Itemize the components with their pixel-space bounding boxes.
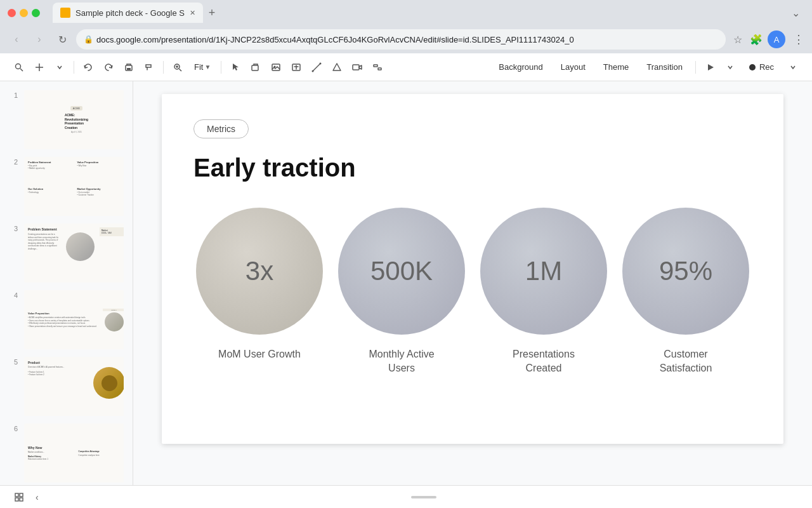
thumb4-icons: Feature 1 — [103, 309, 125, 331]
thumb3-yellow-box: Market $50B+ TAM — [100, 227, 125, 236]
metric-item-2: 1M PresentationsCreated — [478, 208, 610, 376]
metric-label-1: Monthly ActiveUsers — [369, 347, 434, 376]
slide-thumb-6[interactable]: 6 Why Now Market conditions... Market Hi… — [0, 420, 133, 485]
tab-overflow-button[interactable]: ⌄ — [787, 4, 804, 22]
present-dropdown[interactable] — [721, 58, 739, 76]
address-input[interactable] — [76, 29, 726, 50]
metric-circle-3: 95% — [622, 208, 749, 335]
close-button[interactable] — [8, 9, 16, 17]
metrics-badge: Metrics — [193, 119, 249, 138]
new-tab-button[interactable]: + — [203, 4, 221, 22]
slide-preview-3[interactable]: Problem Statement Creating presentations… — [23, 222, 125, 284]
search-button[interactable] — [10, 58, 28, 76]
forward-button[interactable]: › — [30, 30, 48, 48]
svg-marker-20 — [708, 64, 714, 70]
back-button[interactable]: ‹ — [8, 30, 25, 48]
thumb5-text: Product Overview of ACME's AI-powered fe… — [28, 361, 89, 376]
toolbar-separator-2 — [163, 61, 164, 74]
svg-rect-21 — [15, 493, 18, 497]
slide-thumb-4[interactable]: 4 Value Proposition • ACME simplifies pr… — [0, 286, 133, 353]
slide-canvas-6: Why Now Market conditions... Market Hist… — [24, 424, 125, 483]
print-button[interactable] — [120, 58, 138, 76]
metric-label-3: CustomerSatisfaction — [660, 347, 712, 376]
insert-dropdown[interactable] — [51, 58, 69, 76]
slide-thumb-2[interactable]: 2 Problem Statement• Key point• Market o… — [0, 153, 133, 220]
reload-button[interactable]: ↻ — [53, 30, 71, 48]
cursor-tool[interactable] — [226, 58, 244, 76]
slide-number-2: 2 — [8, 156, 18, 166]
slide-editor[interactable]: Metrics Early traction 3x MoM User Growt… — [162, 94, 783, 444]
slide-preview-4[interactable]: Value Proposition • ACME simplifies pres… — [23, 289, 125, 351]
svg-point-16 — [320, 62, 322, 64]
cursor-icon — [230, 62, 240, 72]
slide-thumb-1[interactable]: 1 ACME ACME:RevolutionizingPresentationC… — [0, 86, 133, 153]
video-tool[interactable] — [348, 58, 366, 76]
panel-collapse-button[interactable]: ‹ — [36, 492, 39, 502]
slide-thumb-5[interactable]: 5 Product Overview of ACME's AI-powered … — [0, 353, 133, 420]
lock-icon: 🔒 — [84, 35, 93, 44]
thumb6-text: Why Now Market conditions... Market Hist… — [28, 446, 75, 460]
browser-menu-button[interactable]: ⋮ — [793, 32, 804, 46]
shapes-tool[interactable] — [328, 58, 346, 76]
thumb2-item1: Problem Statement• Key point• Market opp… — [28, 161, 76, 170]
slide-canvas-3: Problem Statement Creating presentations… — [24, 224, 125, 283]
extensions-icon[interactable]: 🧩 — [750, 34, 763, 46]
slides-tab-icon — [60, 8, 70, 18]
paint-format-icon — [144, 62, 154, 72]
slide-title: Early traction — [193, 154, 752, 182]
transition-button[interactable]: Transition — [639, 56, 690, 79]
tab-bar: Sample pitch deck - Google S ✕ + ⌄ — [53, 3, 804, 23]
undo-button[interactable] — [79, 58, 97, 76]
image-icon — [271, 62, 281, 72]
select-icon — [251, 62, 261, 72]
slide-indicator — [411, 496, 436, 498]
slides-toolbar: Fit ▼ Background Layout — [0, 53, 812, 81]
rec-dropdown[interactable] — [784, 58, 802, 76]
metrics-row: 3x MoM User Growth 500K Monthly ActiveUs… — [193, 208, 752, 418]
line-tool[interactable] — [308, 58, 325, 76]
search-icon — [14, 62, 24, 72]
rec-button[interactable]: Rec — [742, 58, 782, 76]
slide-thumb-3[interactable]: 3 Problem Statement Creating presentatio… — [0, 220, 133, 286]
present-button[interactable] — [701, 58, 719, 76]
rec-label: Rec — [759, 62, 774, 72]
thumb1-tag: ACME — [70, 106, 83, 110]
thumb1-sub: April 6, 2025 — [71, 131, 82, 133]
traffic-lights — [8, 9, 40, 17]
thumb6-right: Competitive Advantage Competitor analysi… — [79, 450, 126, 457]
paint-format-button[interactable] — [140, 58, 158, 76]
tab-close-button[interactable]: ✕ — [190, 9, 195, 17]
toolbar-separator-3 — [221, 61, 221, 74]
slide-preview-1[interactable]: ACME ACME:RevolutionizingPresentationCre… — [23, 89, 125, 150]
more-tools[interactable] — [369, 58, 386, 76]
grid-view-button[interactable] — [10, 488, 28, 506]
browser-frame: Sample pitch deck - Google S ✕ + ⌄ ‹ › ↻… — [0, 0, 812, 508]
metric-value-2: 1M — [525, 256, 562, 286]
background-button[interactable]: Background — [491, 56, 550, 79]
profile-button[interactable]: A — [768, 30, 785, 48]
svg-rect-5 — [127, 68, 131, 70]
zoom-selector[interactable]: Fit ▼ — [189, 58, 216, 76]
slide-preview-2[interactable]: Problem Statement• Key point• Market opp… — [23, 156, 125, 217]
bookmark-icon[interactable]: ☆ — [733, 34, 742, 46]
zoom-in-button[interactable] — [169, 58, 187, 76]
select-tool[interactable] — [247, 58, 265, 76]
toolbar-right: Background Layout Theme Transition Rec — [491, 56, 802, 79]
slide-preview-6[interactable]: Why Now Market conditions... Market Hist… — [23, 422, 125, 484]
slide-number-1: 1 — [8, 89, 18, 99]
redo-button[interactable] — [100, 58, 117, 76]
theme-button[interactable]: Theme — [596, 56, 636, 79]
slide-canvas-4: Value Proposition • ACME simplifies pres… — [24, 290, 125, 349]
thumb2-item4: Market Opportunity• Go to market• Custom… — [77, 187, 126, 196]
minimize-button[interactable] — [20, 9, 28, 17]
insert-button[interactable] — [30, 58, 48, 76]
slide-number-3: 3 — [8, 222, 18, 232]
metric-item-3: 95% CustomerSatisfaction — [620, 208, 752, 376]
text-tool[interactable] — [287, 58, 305, 76]
image-tool[interactable] — [267, 58, 285, 76]
maximize-button[interactable] — [32, 9, 40, 17]
layout-button[interactable]: Layout — [553, 56, 593, 79]
slide-preview-5[interactable]: Product Overview of ACME's AI-powered fe… — [23, 356, 125, 417]
svg-rect-24 — [20, 498, 23, 501]
browser-tab[interactable]: Sample pitch deck - Google S ✕ — [53, 3, 203, 23]
